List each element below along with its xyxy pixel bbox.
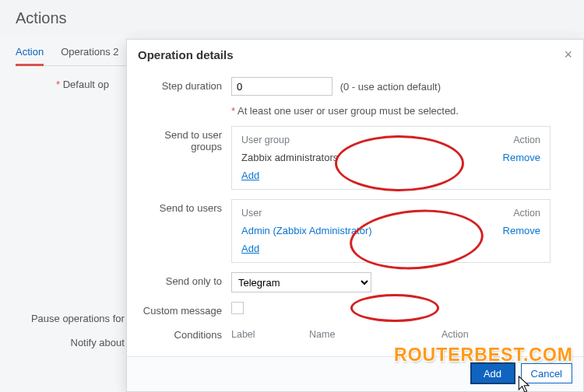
action-header: Action [513, 135, 540, 145]
page-title: Actions [0, 0, 584, 35]
tab-operations[interactable]: Operations 2 [61, 40, 118, 65]
user-value[interactable]: Admin (Zabbix Administrator) [241, 225, 372, 236]
send-only-to-label: Send only to [138, 272, 231, 287]
send-to-user-groups-label: Send to user groups [138, 126, 231, 152]
user-group-header: User group [241, 135, 290, 145]
user-group-value: Zabbix administrators [241, 152, 338, 163]
users-box: User Action Admin (Zabbix Administrator)… [231, 199, 551, 263]
remove-user-group-link[interactable]: Remove [503, 152, 540, 163]
operation-details-dialog: Operation details × Step duration (0 - u… [126, 39, 584, 392]
dialog-footer: Add Cancel [127, 356, 583, 391]
remove-user-link[interactable]: Remove [503, 225, 540, 236]
action-header-2: Action [513, 208, 540, 219]
user-groups-box: User group Action Zabbix administrators … [231, 126, 551, 190]
pause-operations-label: Pause operations for s [16, 311, 140, 324]
conditions-col-action: Action [442, 329, 551, 340]
conditions-col-name: Name [309, 329, 434, 340]
step-duration-input[interactable] [231, 77, 332, 96]
user-header: User [241, 208, 262, 219]
add-user-group-link[interactable]: Add [241, 170, 259, 181]
send-only-to-select[interactable]: Telegram [231, 272, 371, 292]
close-icon[interactable]: × [564, 47, 572, 61]
send-to-users-label: Send to users [138, 199, 231, 214]
dialog-title: Operation details [138, 48, 234, 61]
add-user-link[interactable]: Add [241, 243, 259, 254]
step-duration-label: Step duration [138, 77, 231, 92]
add-button[interactable]: Add [471, 363, 515, 383]
default-operation-label: Default op [16, 77, 117, 90]
conditions-col-label: Label [231, 329, 301, 340]
cancel-button[interactable]: Cancel [521, 363, 572, 383]
required-message: At least one user or user group must be … [237, 105, 459, 117]
conditions-label: Conditions [138, 326, 231, 341]
conditions-header: Label Name Action [231, 329, 551, 340]
step-duration-hint: (0 - use action default) [340, 81, 441, 93]
notify-about-label: Notify about c [16, 335, 140, 348]
required-asterisk: * [231, 105, 237, 117]
tab-action[interactable]: Action [16, 40, 44, 66]
custom-message-checkbox[interactable] [231, 302, 244, 314]
custom-message-label: Custom message [138, 302, 231, 317]
